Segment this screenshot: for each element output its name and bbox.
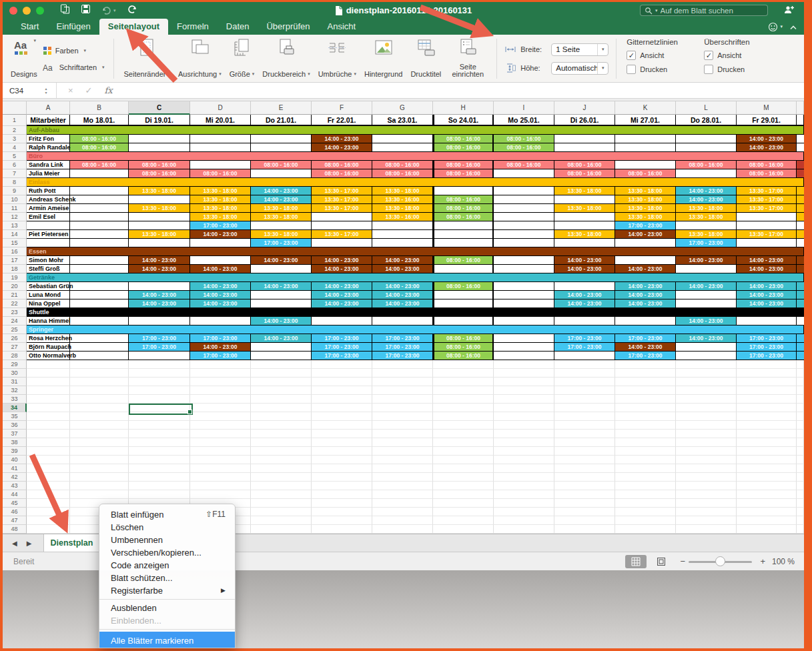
row-number-4[interactable]: 4 [3,143,27,152]
empty-cell[interactable] [312,430,372,438]
empty-cell[interactable] [554,239,615,247]
row-number-48[interactable]: 48 [3,525,27,534]
empty-cell[interactable] [372,421,433,430]
empty-cell[interactable] [312,360,372,369]
zoom-slider-handle[interactable] [715,556,725,566]
empty-cell[interactable] [433,265,494,273]
empty-cell[interactable] [70,473,129,482]
zoom-button[interactable] [36,7,44,15]
print-preview-icon[interactable] [60,4,70,17]
empty-cell[interactable] [433,395,494,404]
empty-cell[interactable] [737,317,797,326]
employee-name[interactable]: Julia Meier [27,169,70,178]
empty-cell[interactable] [27,456,70,464]
empty-cell[interactable] [737,482,797,490]
shift-cell[interactable]: 17:00 - 23:00 [615,334,676,343]
shift-cell[interactable]: 08:00 - 16:00 [554,161,615,169]
empty-cell[interactable] [676,447,737,456]
category-band-23[interactable]: Shuttle [27,308,804,317]
empty-cell[interactable] [70,464,129,473]
shift-cell[interactable]: 13:30 - 18:00 [615,204,676,213]
empty-cell[interactable] [615,482,676,490]
empty-cell[interactable] [676,490,737,499]
empty-cell[interactable] [312,525,372,534]
shift-cell[interactable]: 14:00 - 23:00 [737,265,797,273]
empty-cell[interactable] [27,395,70,404]
empty-cell[interactable] [676,265,737,273]
shift-cell[interactable]: 14:00 - 23:00 [251,282,312,291]
empty-cell[interactable] [312,404,372,412]
column-header-A[interactable]: A [27,101,70,115]
empty-cell[interactable] [129,447,190,456]
empty-cell[interactable] [433,360,494,369]
empty-cell[interactable] [433,430,494,438]
empty-cell[interactable] [676,291,737,299]
empty-cell[interactable] [251,421,312,430]
sheet-nav-left-icon[interactable]: ◀ [12,540,17,547]
empty-cell[interactable] [312,221,372,230]
menu-item-registerfarbe[interactable]: Registerfarbe▶ [99,584,235,597]
empty-cell[interactable] [676,352,737,360]
empty-cell[interactable] [70,169,129,178]
empty-cell[interactable] [129,482,190,490]
shift-cell[interactable]: 14:00 - 23:00 [312,282,372,291]
empty-cell[interactable] [190,256,251,265]
empty-cell[interactable] [129,143,190,152]
row-number-42[interactable]: 42 [3,473,27,482]
row-number-28[interactable]: 28 [3,352,27,360]
shift-cell[interactable]: 17:00 - 23:00 [737,343,797,352]
empty-cell[interactable] [251,482,312,490]
shift-cell[interactable]: 08:00 - 16:00 [372,169,433,178]
empty-cell[interactable] [615,430,676,438]
empty-cell[interactable] [129,135,190,143]
theme-colors-button[interactable]: Farben ▾ [43,46,105,55]
shift-cell[interactable]: 14:00 - 23:00 [129,299,190,308]
empty-cell[interactable] [737,430,797,438]
shift-cell[interactable]: 08:00 - 16:00 [494,135,554,143]
menu-item-ausblenden[interactable]: Ausblenden [99,602,235,614]
shift-cell[interactable]: 13:30 - 18:00 [615,187,676,195]
empty-cell[interactable] [676,464,737,473]
category-band-8[interactable]: Einlass [27,178,804,187]
empty-cell[interactable] [494,299,554,308]
empty-cell[interactable] [676,135,737,143]
empty-cell[interactable] [372,473,433,482]
empty-cell[interactable] [251,430,312,438]
sheet-tab-dienstplan[interactable]: Dienstplan [43,534,99,552]
ribbon-tab-seitenlayout[interactable]: Seitenlayout [99,19,168,35]
empty-cell[interactable] [372,430,433,438]
empty-cell[interactable] [372,447,433,456]
empty-cell[interactable] [372,239,433,247]
empty-cell[interactable] [494,404,554,412]
empty-cell[interactable] [494,430,554,438]
empty-cell[interactable] [70,221,129,230]
shift-cell[interactable]: 14:00 - 23:00 [190,265,251,273]
empty-cell[interactable] [312,378,372,386]
empty-cell[interactable] [615,386,676,395]
empty-cell[interactable] [494,230,554,239]
column-header-D[interactable]: D [190,101,251,115]
shift-cell[interactable]: 13:30 - 18:00 [676,230,737,239]
empty-cell[interactable] [312,473,372,482]
employee-name[interactable]: Fritz Fon [27,135,70,143]
shift-cell[interactable]: 14:00 - 23:00 [676,282,737,291]
menu-item-löschen[interactable]: Löschen [99,521,235,534]
row-number-38[interactable]: 38 [3,438,27,447]
shift-cell[interactable]: 17:00 - 23:00 [129,334,190,343]
empty-cell[interactable] [372,525,433,534]
empty-cell[interactable] [494,499,554,508]
empty-cell[interactable] [494,508,554,516]
empty-cell[interactable] [190,161,251,169]
empty-cell[interactable] [676,404,737,412]
shift-cell[interactable]: 14:00 - 23:00 [615,265,676,273]
empty-cell[interactable] [190,482,251,490]
shift-cell[interactable]: 17:00 - 23:00 [372,352,433,360]
designs-button[interactable]: Aa ▾ Designs [8,37,40,81]
empty-cell[interactable] [27,482,70,490]
empty-cell[interactable] [615,404,676,412]
shift-cell[interactable]: 13:30 - 18:00 [554,230,615,239]
shift-cell[interactable]: 17:00 - 23:00 [129,343,190,352]
row-number-27[interactable]: 27 [3,343,27,352]
empty-cell[interactable] [129,213,190,221]
row-number-24[interactable]: 24 [3,317,27,326]
